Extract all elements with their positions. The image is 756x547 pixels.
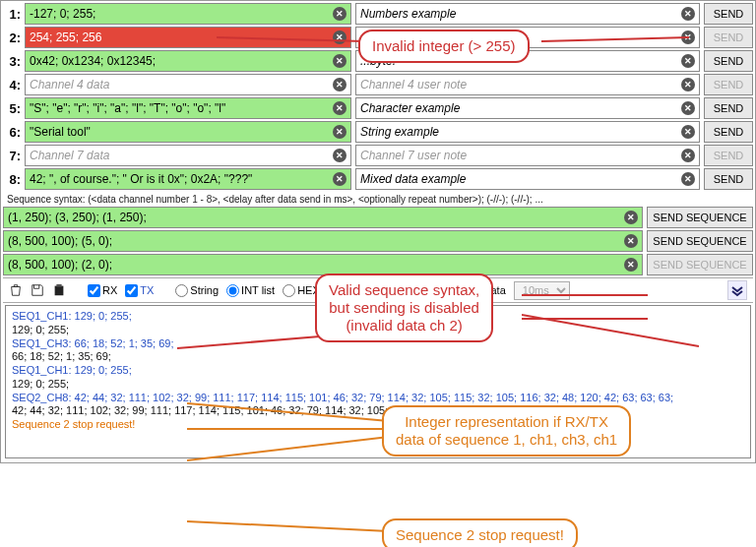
clear-icon[interactable]: ✕ — [681, 78, 695, 91]
channel-number: 4: — [3, 78, 21, 92]
sequence-row: (8, 500, 100); (5, 0);✕SEND SEQUENCE — [3, 230, 753, 252]
sequence-row: (8, 500, 100); (2, 0);✕SEND SEQUENCE — [3, 254, 753, 275]
channel-row: 1:-127; 0; 255;✕Numbers example✕SEND — [3, 3, 753, 25]
sequence-input[interactable]: (8, 500, 100); (2, 0);✕ — [3, 254, 643, 275]
clear-icon[interactable]: ✕ — [624, 234, 638, 248]
channel-row: 5:"S"; "e"; "r"; "i"; "a"; "l"; "T"; "o"… — [3, 97, 753, 119]
log-line: 66; 18; 52; 1; 35; 69; — [12, 350, 744, 364]
channel-note-input[interactable]: Numbers example✕ — [355, 3, 700, 25]
save-icon[interactable] — [31, 283, 44, 297]
timing-select[interactable]: 10ms — [514, 281, 570, 300]
channel-note-input[interactable]: Channel 7 user note✕ — [355, 145, 700, 166]
channel-data-input[interactable]: 254; 255; 256✕ — [25, 27, 351, 48]
fmt-string-radio[interactable]: String — [175, 284, 219, 297]
send-button[interactable]: SEND — [704, 97, 753, 119]
sequence-list: (1, 250); (3, 250); (1, 250);✕SEND SEQUE… — [3, 207, 753, 275]
clear-icon[interactable]: ✕ — [333, 30, 346, 44]
clear-icon[interactable]: ✕ — [333, 78, 346, 91]
clear-icon[interactable]: ✕ — [333, 172, 346, 186]
log-line: SEQ1_CH1: 129; 0; 255; — [12, 364, 744, 378]
callout-invalid-integer: Invalid integer (> 255) — [358, 30, 530, 63]
sequence-row: (1, 250); (3, 250); (1, 250);✕SEND SEQUE… — [3, 207, 753, 228]
app-window: 1:-127; 0; 255;✕Numbers example✕SEND2:25… — [0, 0, 756, 463]
clear-icon[interactable]: ✕ — [333, 125, 346, 139]
channel-data-input[interactable]: 42; ", of course."; " Or is it 0x"; 0x2A… — [25, 168, 351, 190]
log-line: 42; 44; 32; 111; 102; 32; 99; 111; 117; … — [12, 404, 744, 418]
channel-note-input[interactable]: String example✕ — [355, 121, 700, 143]
clear-icon[interactable]: ✕ — [333, 149, 346, 162]
send-sequence-button: SEND SEQUENCE — [647, 254, 753, 275]
channel-data-input[interactable]: Channel 4 data✕ — [25, 74, 351, 95]
channel-number: 2: — [3, 30, 21, 45]
tx-checkbox[interactable]: TX — [125, 284, 154, 297]
sequence-input[interactable]: (8, 500, 100); (5, 0);✕ — [3, 230, 643, 252]
log-line: 129; 0; 255; — [12, 378, 744, 392]
clear-icon[interactable]: ✕ — [681, 7, 695, 21]
channel-number: 7: — [3, 149, 21, 163]
send-button[interactable]: SEND — [704, 50, 753, 72]
svg-line-11 — [187, 521, 389, 531]
clear-icon[interactable]: ✕ — [624, 258, 638, 272]
sequence-input[interactable]: (1, 250); (3, 250); (1, 250);✕ — [3, 207, 643, 228]
callout-valid-sequence: Valid sequence syntax, but sending is di… — [315, 274, 493, 342]
channel-row: 4:Channel 4 data✕Channel 4 user note✕SEN… — [3, 74, 753, 95]
clear-icon[interactable]: ✕ — [681, 30, 695, 44]
clear-icon[interactable]: ✕ — [333, 7, 346, 21]
clear-icon[interactable]: ✕ — [624, 211, 638, 224]
rx-checkbox[interactable]: RX — [88, 284, 117, 297]
clear-icon[interactable]: ✕ — [681, 125, 695, 139]
channel-row: 6:"Serial tool"✕String example✕SEND — [3, 121, 753, 143]
log-line: SEQ2_CH8: 42; 44; 32; 111; 102; 32; 99; … — [12, 392, 744, 405]
send-button: SEND — [704, 27, 753, 48]
send-button: SEND — [704, 145, 753, 166]
channel-note-input[interactable]: Channel 4 user note✕ — [355, 74, 700, 95]
svg-rect-1 — [56, 284, 61, 287]
send-button: SEND — [704, 74, 753, 95]
channel-data-input[interactable]: "S"; "e"; "r"; "i"; "a"; "l"; "T"; "o"; … — [25, 97, 351, 119]
clear-icon[interactable]: ✕ — [333, 54, 346, 68]
log-line: Sequence 2 stop request! — [12, 418, 744, 432]
send-button[interactable]: SEND — [704, 168, 753, 190]
channel-number: 6: — [3, 125, 21, 140]
channel-data-input[interactable]: "Serial tool"✕ — [25, 121, 351, 143]
channel-number: 8: — [3, 172, 21, 187]
clear-icon[interactable]: ✕ — [681, 172, 695, 186]
channel-number: 3: — [3, 54, 21, 69]
trash-icon[interactable] — [9, 283, 23, 297]
channel-number: 1: — [3, 7, 21, 22]
clear-icon[interactable]: ✕ — [333, 101, 346, 115]
clear-icon[interactable]: ✕ — [681, 101, 695, 115]
channel-row: 7:Channel 7 data✕Channel 7 user note✕SEN… — [3, 145, 753, 166]
send-sequence-button[interactable]: SEND SEQUENCE — [647, 230, 753, 252]
channel-row: 8:42; ", of course."; " Or is it 0x"; 0x… — [3, 168, 753, 190]
svg-rect-0 — [55, 286, 64, 296]
send-button[interactable]: SEND — [704, 121, 753, 143]
callout-stop-request: Sequence 2 stop request! — [382, 518, 578, 547]
channel-data-input[interactable]: -127; 0; 255;✕ — [25, 3, 351, 25]
paste-icon[interactable] — [52, 283, 66, 297]
send-sequence-button[interactable]: SEND SEQUENCE — [647, 207, 753, 228]
channel-note-input[interactable]: Character example✕ — [355, 97, 700, 119]
fmt-int-radio[interactable]: INT list — [226, 284, 275, 297]
callout-integer-rep: Integer representation if RX/TX data of … — [382, 405, 631, 456]
clear-icon[interactable]: ✕ — [681, 54, 695, 68]
sequence-syntax-label: Sequence syntax: (<data channel number 1… — [3, 192, 753, 207]
expand-toggle-icon[interactable] — [727, 280, 747, 300]
channel-data-input[interactable]: Channel 7 data✕ — [25, 145, 351, 166]
channel-data-input[interactable]: 0x42; 0x1234; 0x12345;✕ — [25, 50, 351, 72]
clear-icon[interactable]: ✕ — [681, 149, 695, 162]
send-button[interactable]: SEND — [704, 3, 753, 25]
channel-note-input[interactable]: Mixed data example✕ — [355, 168, 700, 190]
channel-number: 5: — [3, 101, 21, 116]
